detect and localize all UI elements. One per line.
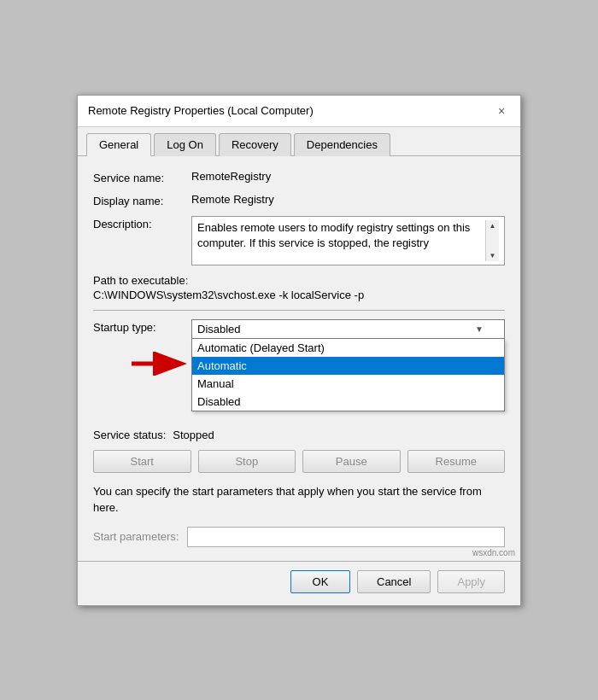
service-status-section: Service status: Stopped Start Stop Pause… bbox=[93, 429, 505, 547]
tab-dependencies[interactable]: Dependencies bbox=[294, 133, 390, 156]
red-arrow-icon bbox=[132, 352, 187, 376]
start-params-label: Start parameters: bbox=[93, 530, 179, 543]
tab-general[interactable]: General bbox=[86, 133, 151, 156]
path-section: Path to executable: C:\WINDOWS\system32\… bbox=[93, 274, 505, 301]
path-label: Path to executable: bbox=[93, 274, 505, 287]
startup-type-dropdown-container: Disabled ▼ Automatic (Delayed Start) Aut… bbox=[191, 319, 505, 339]
pause-button[interactable]: Pause bbox=[302, 450, 401, 473]
path-value: C:\WINDOWS\system32\svchost.exe -k local… bbox=[93, 289, 505, 301]
display-name-label: Display name: bbox=[93, 193, 191, 207]
dropdown-list: Automatic (Delayed Start) Automatic Manu… bbox=[191, 339, 505, 411]
dropdown-option-automatic[interactable]: Automatic bbox=[192, 357, 504, 375]
service-status-label: Service status: bbox=[93, 429, 166, 441]
window-title: Remote Registry Properties (Local Comput… bbox=[88, 104, 314, 117]
cancel-button[interactable]: Cancel bbox=[357, 570, 431, 593]
dropdown-option-disabled[interactable]: Disabled bbox=[192, 393, 504, 411]
divider bbox=[93, 310, 505, 311]
resume-button[interactable]: Resume bbox=[407, 450, 506, 473]
service-status-row: Service status: Stopped bbox=[93, 429, 505, 441]
start-params-input[interactable] bbox=[187, 527, 505, 547]
dropdown-selected-value: Disabled bbox=[197, 323, 241, 335]
service-name-value: RemoteRegistry bbox=[191, 170, 505, 183]
start-button[interactable]: Start bbox=[93, 450, 191, 473]
service-buttons-row: Start Stop Pause Resume bbox=[93, 450, 505, 473]
tab-bar: General Log On Recovery Dependencies bbox=[78, 127, 520, 156]
info-text: You can specify the start parameters tha… bbox=[93, 483, 505, 516]
startup-type-row: Startup type: Disabled ▼ bbox=[93, 319, 505, 339]
display-name-value: Remote Registry bbox=[191, 193, 505, 206]
scroll-up-icon[interactable]: ▲ bbox=[490, 222, 496, 230]
description-label: Description: bbox=[93, 216, 191, 230]
main-content: Service name: RemoteRegistry Display nam… bbox=[78, 156, 520, 561]
properties-dialog: Remote Registry Properties (Local Comput… bbox=[77, 95, 521, 606]
description-scrollbar[interactable]: ▲ ▼ bbox=[485, 220, 499, 261]
close-button[interactable]: × bbox=[493, 102, 510, 120]
apply-button[interactable]: Apply bbox=[437, 570, 505, 593]
description-box: Enables remote users to modify registry … bbox=[191, 216, 505, 265]
display-name-row: Display name: Remote Registry bbox=[93, 193, 505, 207]
bottom-buttons-bar: OK Cancel Apply bbox=[78, 561, 520, 605]
dropdown-option-manual[interactable]: Manual bbox=[192, 375, 504, 393]
startup-type-dropdown[interactable]: Disabled ▼ bbox=[191, 319, 505, 339]
dropdown-option-delayed[interactable]: Automatic (Delayed Start) bbox=[192, 339, 504, 357]
service-status-value: Stopped bbox=[173, 429, 214, 441]
tab-logon[interactable]: Log On bbox=[154, 133, 216, 156]
watermark: wsxdn.com bbox=[472, 548, 515, 557]
title-bar: Remote Registry Properties (Local Comput… bbox=[78, 96, 520, 127]
arrow-indicator bbox=[132, 352, 187, 378]
description-row: Description: Enables remote users to mod… bbox=[93, 216, 505, 265]
stop-button[interactable]: Stop bbox=[198, 450, 296, 473]
description-text: Enables remote users to modify registry … bbox=[197, 220, 485, 251]
ok-button[interactable]: OK bbox=[290, 570, 350, 593]
tab-recovery[interactable]: Recovery bbox=[219, 133, 291, 156]
scroll-down-icon[interactable]: ▼ bbox=[490, 252, 496, 260]
start-params-row: Start parameters: bbox=[93, 527, 505, 547]
service-name-label: Service name: bbox=[93, 170, 191, 184]
startup-type-label: Startup type: bbox=[93, 319, 191, 334]
chevron-down-icon: ▼ bbox=[475, 324, 484, 334]
service-name-row: Service name: RemoteRegistry bbox=[93, 170, 505, 184]
